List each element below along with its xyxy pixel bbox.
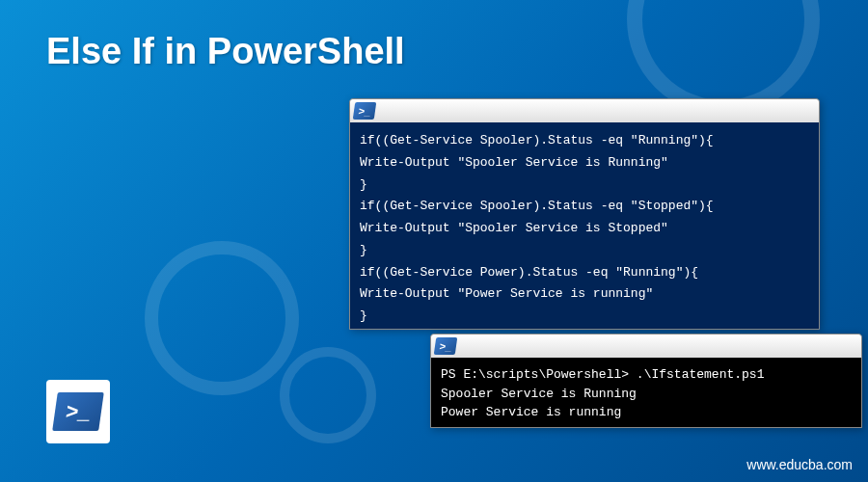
code-line: if((Get-Service Spooler).Status -eq "Run…: [360, 130, 809, 152]
output-line: Spooler Service is Running: [441, 385, 852, 404]
code-line: Write-Output "Spooler Service is Running…: [360, 152, 809, 174]
website-url: www.educba.com: [746, 457, 853, 472]
code-line: Write-Output "Spooler Service is Stopped…: [360, 218, 809, 240]
console-body-2: PS E:\scripts\Powershell> .\Ifstatement.…: [431, 358, 861, 427]
code-line: Write-Output "Power Service is running": [360, 283, 809, 306]
window-titlebar: >_: [431, 335, 861, 358]
powershell-icon: >_: [434, 337, 458, 355]
decorative-gear-icon: [280, 347, 376, 443]
console-body-1: if((Get-Service Spooler).Status -eq "Run…: [350, 122, 819, 329]
code-line: if((Get-Service Spooler).Status -eq "Sto…: [360, 196, 809, 218]
code-window-2: >_ PS E:\scripts\Powershell> .\Ifstateme…: [430, 334, 862, 428]
code-line: }: [360, 174, 809, 197]
window-titlebar: >_: [350, 99, 819, 122]
code-line: }: [360, 240, 809, 262]
page-title: Else If in PowerShell: [46, 31, 405, 72]
code-line: if((Get-Service Power).Status -eq "Runni…: [360, 262, 809, 284]
output-line: PS E:\scripts\Powershell> .\Ifstatement.…: [441, 365, 852, 385]
code-window-1: >_ if((Get-Service Spooler).Status -eq "…: [349, 98, 820, 330]
code-line: }: [360, 306, 809, 328]
powershell-icon: >_: [353, 102, 377, 120]
decorative-gear-icon: [145, 241, 299, 395]
output-line: Power Service is running: [441, 403, 852, 422]
brand-logo: >_: [46, 380, 110, 443]
powershell-icon: >_: [52, 392, 104, 431]
